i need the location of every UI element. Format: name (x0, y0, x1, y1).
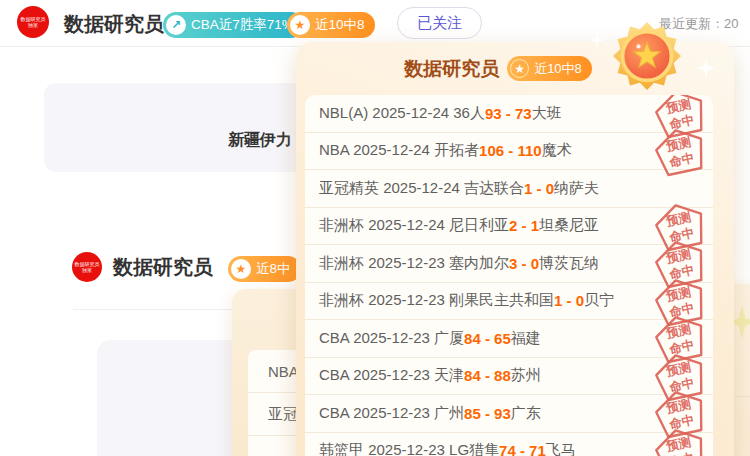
match-score: 3 - 0 (509, 255, 539, 272)
match-score: 1 - 0 (554, 292, 584, 309)
match-text: 韩篮甲 2025-12-23 LG猎隼 (319, 441, 499, 456)
row-divider (735, 396, 750, 397)
star-icon: ★ (510, 59, 529, 78)
match-row[interactable]: 非洲杯 2025-12-24 尼日利亚2 - 1坦桑尼亚 预测 命中 (305, 208, 713, 246)
match-row[interactable]: CBA 2025-12-23 天津84 - 88苏州 预测 命中 (305, 358, 713, 396)
match-row[interactable]: CBA 2025-12-23 广州85 - 93广东 预测 命中 (305, 395, 713, 433)
followed-button[interactable]: 已关注 (397, 7, 482, 39)
prediction-history-popup: 数据研究员 ★ 近10中8 NBL(A) 2025-12-24 36人93 - … (296, 42, 734, 456)
win-rate-badge: ↗ CBA近7胜率71% (163, 12, 304, 38)
match-text: 非洲杯 2025-12-23 塞内加尔 (319, 254, 509, 273)
match-score: 85 - 93 (464, 405, 511, 422)
page-title: 数据研究员 (64, 11, 164, 38)
match-score: 2 - 1 (509, 217, 539, 234)
popup-title: 数据研究员 (404, 56, 499, 82)
star-icon: ★ (290, 15, 310, 35)
match-score: 74 - 71 (499, 442, 546, 456)
match-away-team: 苏州 (511, 366, 541, 385)
match-row[interactable]: NBL(A) 2025-12-24 36人93 - 73大班 预测 命中 (305, 95, 713, 133)
match-score: 84 - 65 (464, 330, 511, 347)
match-card-team-text: 新疆伊力 (228, 130, 292, 151)
match-text: 亚冠精英 2025-12-24 吉达联合 (319, 179, 524, 198)
match-row[interactable]: NBA 2025-12-24 开拓者106 - 110魔术 预测 命中 (305, 133, 713, 171)
match-away-team: 纳萨夫 (554, 179, 599, 198)
match-list: NBL(A) 2025-12-24 36人93 - 73大班 预测 命中 NBA… (305, 95, 713, 456)
popup-streak-badge: ★ 近10中8 (507, 56, 592, 81)
streak-badge: ★ 近10中8 (287, 12, 375, 38)
match-row[interactable]: CBA 2025-12-23 广厦84 - 65福建 预测 命中 (305, 320, 713, 358)
match-away-team: 坦桑尼亚 (539, 216, 599, 235)
match-text: CBA 2025-12-23 广厦 (319, 329, 464, 348)
match-text: 非洲杯 2025-12-24 尼日利亚 (319, 216, 509, 235)
section2-title: 数据研究员 (113, 254, 213, 281)
match-text: 非洲杯 2025-12-23 刚果民主共和国 (319, 291, 554, 310)
match-away-team: 大班 (532, 104, 562, 123)
match-score: 106 - 110 (479, 142, 542, 159)
trend-up-icon: ↗ (166, 15, 186, 35)
star-icon: ★ (231, 259, 251, 279)
match-text: CBA 2025-12-23 广州 (319, 404, 464, 423)
match-away-team: 贝宁 (584, 291, 614, 310)
match-away-team: 魔术 (542, 141, 572, 160)
avatar[interactable]: 数据研究员 独家 (17, 6, 49, 38)
avatar-section2[interactable]: 数据研究员 独家 (72, 252, 102, 282)
match-text: CBA 2025-12-23 天津 (319, 366, 464, 385)
svg-text:命中: 命中 (667, 151, 695, 170)
match-text: NBL(A) 2025-12-24 36人 (319, 104, 485, 123)
match-row[interactable]: 亚冠精英 2025-12-24 吉达联合1 - 0纳萨夫 预测 命中 (305, 170, 713, 208)
match-score: 93 - 73 (485, 105, 532, 122)
match-row[interactable]: 非洲杯 2025-12-23 塞内加尔3 - 0博茨瓦纳 预测 命中 (305, 245, 713, 283)
match-away-team: 福建 (511, 329, 541, 348)
match-row[interactable]: 韩篮甲 2025-12-23 LG猎隼74 - 71飞马 预测 命中 (305, 433, 713, 456)
section2-streak-badge: ★ 近8中 (228, 256, 301, 282)
match-away-team: 广东 (511, 404, 541, 423)
match-away-team: 飞马 (546, 441, 576, 456)
match-score: 84 - 88 (464, 367, 511, 384)
gold-medal-icon (613, 22, 681, 90)
match-score: 1 - 0 (524, 180, 554, 197)
match-away-team: 博茨瓦纳 (539, 254, 599, 273)
match-row[interactable]: 非洲杯 2025-12-23 刚果民主共和国1 - 0贝宁 预测 命中 (305, 283, 713, 321)
match-text: NBA 2025-12-24 开拓者 (319, 141, 479, 160)
